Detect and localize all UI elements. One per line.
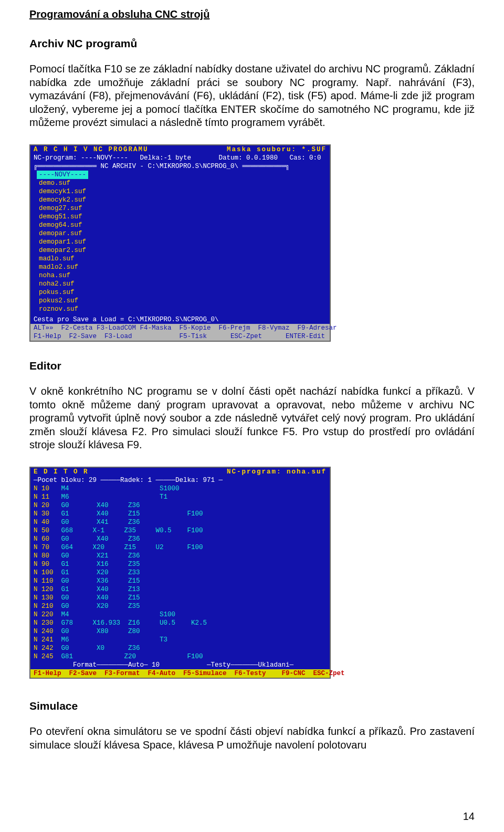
editor-code-line: N 50 G68 X-1 Z35 W0.5 F100 [30,526,330,535]
editor-fkeys-row: F1-Help F2-Save F3-Format F4-Auto F5-Sim… [30,669,330,678]
archiv-file-item: demog51.suf [39,213,321,221]
editor-footer-row: Format────────Auto─ 10 ─Testy───────Ukla… [30,661,330,669]
archiv-file-item: madlo.suf [39,255,321,263]
paragraph-archiv: Pomocí tlačítka F10 se ze základní nabíd… [29,62,475,130]
section-heading-archiv: Archiv NC programů [29,37,475,50]
editor-code-line: N 242 G0 X0 Z36 [30,644,330,652]
archiv-frame-label: ╔═══════════════ NC ARCHIV - C:\MIKROPRO… [30,162,330,171]
editor-code-line: N 110 G0 X36 Z15 [30,577,330,585]
editor-code-line: N 80 G0 X21 Z36 [30,552,330,560]
archiv-file-item: roznov.suf [39,305,321,313]
archiv-terminal: A R C H I V NC PROGRAMU Maska souboru: *… [29,144,331,342]
editor-code-line: N 245 G81 Z20 F100 [30,652,330,661]
archiv-file-item: demo.suf [39,179,321,187]
archiv-title-right: Maska souboru: *.SUF [227,145,327,154]
editor-code-line: N 90 G1 X16 Z35 [30,560,330,568]
archiv-file-item: demopar2.suf [39,246,321,255]
doc-title: Programování a obsluha CNC strojů [29,8,475,20]
editor-code-line: N 130 G0 X40 Z15 [30,594,330,602]
editor-code-line: N 220 M4 S100 [30,610,330,619]
archiv-file-item: noha.suf [39,271,321,280]
paragraph-simulace: Po otevření okna simulátoru se ve spodní… [29,725,475,752]
archiv-fkeys-main: F1-Help F2-Save F3-Load F5-Tisk ESC-Zpet… [30,332,330,341]
editor-code-line: N 240 G0 X80 Z80 [30,627,330,636]
archiv-file-item: demopar.suf [39,229,321,238]
archiv-title-left: A R C H I V NC PROGRAMU [34,145,149,154]
paragraph-editor: V okně konkrétního NC programu se v doln… [29,385,475,452]
archiv-save-path: Cesta pro Save a Load = C:\MIKROPRO.S\NC… [30,315,330,324]
archiv-file-item: demog27.suf [39,204,321,213]
editor-code-line: N 120 G1 X40 Z13 [30,585,330,594]
editor-code-line: N 100 G1 X20 Z33 [30,568,330,577]
section-heading-simulace: Simulace [29,700,475,712]
archiv-path-label: NC ARCHIV - C:\MIKROPRO.S\NCPROG_0\ [101,163,239,170]
editor-code-line: N 20 G0 X40 Z36 [30,501,330,510]
archiv-file-item: democyk2.suf [39,196,321,204]
editor-code-line: N 30 G1 X40 Z15 F100 [30,510,330,518]
editor-title-right: NC-program: noha.suf [227,468,327,476]
editor-code-line: N 230 G78 X16.933 Z16 U0.5 K2.5 [30,619,330,627]
editor-code-line: N 11 M6 T1 [30,493,330,501]
editor-title-left: E D I T O R [34,468,89,476]
archiv-file-item: pokus.suf [39,288,321,297]
editor-code-line: N 70 G64 X20 Z15 U2 F100 [30,543,330,552]
archiv-file-item: demog64.suf [39,221,321,229]
editor-code-line: N 60 G0 X40 Z36 [30,535,330,543]
archiv-file-item: democyk1.suf [39,187,321,196]
editor-code-line: N 241 M6 T3 [30,636,330,644]
archiv-fkeys-alt: ALT»» F2-Cesta F3-LoadCOM F4-Maska F5-Ko… [30,324,330,332]
archiv-file-item: demopar1.suf [39,238,321,246]
archiv-file-item: noha2.suf [39,280,321,288]
archiv-program-row: NC-program: ----NOVY---- Delka:-1 byte D… [30,154,330,162]
editor-code-line: N 210 G0 X20 Z35 [30,602,330,610]
editor-code-line: N 10 M4 S1000 [30,485,330,493]
archiv-file-item: madlo2.suf [39,263,321,271]
archiv-file-item: ----NOVY---- [37,171,88,179]
editor-terminal: E D I T O R NC-program: noha.suf ─Pocet … [29,467,331,679]
section-heading-editor: Editor [29,360,475,372]
archiv-file-item: pokus2.suf [39,297,321,305]
editor-code-line: N 40 G0 X41 Z36 [30,518,330,526]
editor-status-row: ─Pocet bloku: 29 ─────Radek: 1 ─────Delk… [30,476,330,485]
page-number: 14 [463,810,475,823]
